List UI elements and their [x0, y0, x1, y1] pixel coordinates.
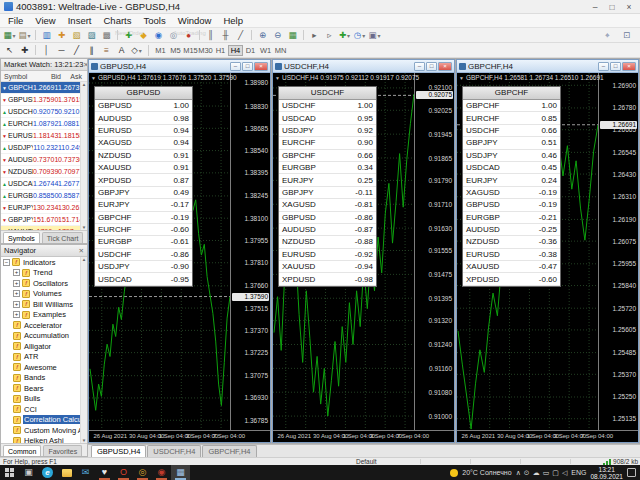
menu-view[interactable]: View — [29, 15, 61, 26]
market-watch-row-eurgbp[interactable]: ▲EURGBP0.858500.85878 — [1, 190, 80, 202]
column-bid[interactable]: Bid — [36, 73, 61, 80]
trendline-button[interactable]: ╱ — [69, 44, 84, 56]
chart-symbol-dropdown-icon[interactable]: ▼ — [459, 75, 464, 81]
equidistant-channel-button[interactable]: ∥ — [84, 44, 99, 56]
chart-restore-button[interactable]: □ — [426, 62, 437, 71]
nav-item-bears[interactable]: fBears — [1, 383, 80, 394]
timeframe-m1[interactable]: M1 — [153, 45, 168, 56]
community-button[interactable]: ◉ — [151, 29, 166, 41]
start-button[interactable] — [0, 465, 19, 480]
timeframe-m15[interactable]: M15 — [183, 45, 198, 56]
chart-window-titlebar[interactable]: GBPCHF,H4–□× — [457, 60, 638, 73]
language-indicator[interactable]: ENG — [571, 469, 586, 476]
chart-symbol-dropdown-icon[interactable]: ▼ — [91, 75, 96, 81]
vertical-line-button[interactable]: │ — [39, 44, 54, 56]
menu-charts[interactable]: Charts — [98, 15, 138, 26]
notification-center-icon[interactable] — [627, 468, 636, 477]
chat-button[interactable]: ⊡ — [619, 29, 634, 41]
market-watch-row-eurjpy[interactable]: ▼EURJPY130.234130.261 — [1, 202, 80, 214]
timeframe-m30[interactable]: M30 — [198, 45, 213, 56]
nav-item-heiken-ashi[interactable]: fHeiken Ashi — [1, 436, 80, 444]
horizontal-line-button[interactable]: ─ — [54, 44, 69, 56]
edge-button[interactable]: e — [38, 465, 57, 480]
text-tool-button[interactable]: A — [114, 44, 129, 56]
title-bar[interactable]: 4003891: Weltrade-Live - GBPUSD,H4 – □ × — [0, 0, 640, 14]
market-watch-row-gbpchf[interactable]: ▼GBPCHF1.266911.26739 — [1, 82, 80, 94]
menu-help[interactable]: Help — [217, 15, 249, 26]
volume-icon[interactable]: ◁ — [562, 469, 567, 476]
nav-item-alligator[interactable]: fAlligator — [1, 341, 80, 352]
scroll-up-icon[interactable]: ▲ — [82, 82, 86, 87]
collapse-icon[interactable]: − — [3, 259, 10, 266]
new-chart-button[interactable]: ▦ — [2, 29, 17, 41]
nav-item-bill-williams[interactable]: +fBill Williams — [1, 299, 80, 310]
timeframe-d1[interactable]: D1 — [243, 45, 258, 56]
chart-window-gbpusd[interactable]: GBPUSD,H4–□×▼GBPUSD,H4 1.37619 1.37676 1… — [88, 59, 271, 443]
nav-item-atr[interactable]: fATR — [1, 352, 80, 363]
data-window-button[interactable]: ✚ — [54, 29, 69, 41]
navigator-tab-common[interactable]: Common — [3, 445, 41, 456]
navigator-tab-favorites[interactable]: Favorites — [43, 445, 82, 456]
onedrive-icon[interactable]: ☁ — [533, 469, 540, 476]
battery-icon[interactable]: ▭ — [543, 469, 550, 476]
zoom-in-button[interactable]: ⊕ — [255, 29, 270, 41]
periods-button[interactable]: ◷ — [352, 29, 367, 41]
line-chart-mode-button[interactable]: ╱ — [233, 29, 248, 41]
chart-window-gbpchf[interactable]: GBPCHF,H4–□×▼GBPCHF,H4 1.26581 1.26734 1… — [456, 59, 639, 443]
nav-item-cci[interactable]: fCCI — [1, 404, 80, 415]
chart-window-titlebar[interactable]: GBPUSD,H4–□× — [89, 60, 270, 73]
market-watch-row-usdchf[interactable]: ▲USDCHF0.920750.92101 — [1, 106, 80, 118]
market-watch-row-gbpjpy[interactable]: ▼GBPJPY151.670151.714 — [1, 214, 80, 226]
metatrader-button[interactable]: ▦ — [171, 465, 190, 480]
timeframe-w1[interactable]: W1 — [258, 45, 273, 56]
market-watch-row-usdjpy[interactable]: ▲USDJPY110.232110.249 — [1, 142, 80, 154]
auto-scroll-button[interactable]: ▸ — [307, 29, 322, 41]
chart-tab-usdchf-h4[interactable]: USDCHF,H4 — [147, 445, 201, 457]
menu-file[interactable]: File — [2, 15, 29, 26]
expand-icon[interactable]: + — [13, 311, 20, 318]
market-watch-list[interactable]: ▼GBPCHF1.266911.26739▼GBPUSD1.375901.376… — [1, 82, 80, 230]
market-watch-tab-tick-chart[interactable]: Tick Chart — [42, 232, 84, 243]
chart-area[interactable]: ▼GBPUSD,H4 1.37619 1.37676 1.37520 1.375… — [89, 73, 270, 442]
navigator-toggle-button[interactable]: ▧ — [69, 29, 84, 41]
market-watch-row-nzdusd[interactable]: ▼NZDUSD0.709390.70977 — [1, 166, 80, 178]
nav-item-volumes[interactable]: +fVolumes — [1, 289, 80, 300]
nav-item-oscillators[interactable]: +fOscillators — [1, 278, 80, 289]
app-ring-button[interactable]: ◎ — [133, 465, 152, 480]
chart-close-button[interactable]: × — [254, 62, 268, 71]
expand-icon[interactable]: + — [13, 290, 20, 297]
maximize-button[interactable]: □ — [605, 2, 619, 12]
indicators-button[interactable]: ✚ — [337, 29, 352, 41]
nav-item-indicators[interactable]: −fIndicators — [1, 257, 80, 268]
expand-icon[interactable]: + — [13, 280, 20, 287]
market-watch-row-gbpusd[interactable]: ▼GBPUSD1.375901.37615 — [1, 94, 80, 106]
candlestick-mode-button[interactable]: ╫ — [218, 29, 233, 41]
scroll-up-icon[interactable]: ▲ — [82, 257, 86, 262]
column-ask[interactable]: Ask — [61, 73, 83, 80]
app-hearts-button[interactable]: ♥ — [95, 465, 114, 480]
chart-close-button[interactable]: × — [438, 62, 452, 71]
network-icon[interactable]: ▢ — [552, 469, 559, 476]
app-orb-button[interactable]: ◉ — [152, 465, 171, 480]
opera-button[interactable]: O — [114, 465, 133, 480]
taskbar-clock[interactable]: 13:21 08.09.2021 — [590, 466, 623, 480]
market-watch-row-eurchf[interactable]: ▲EURCHF1.087921.08817 — [1, 118, 80, 130]
nav-item-bands[interactable]: fBands — [1, 373, 80, 384]
nav-item-accumulation[interactable]: fAccumulation — [1, 331, 80, 342]
chart-minimize-button[interactable]: – — [414, 62, 425, 71]
market-watch-row-eurusd[interactable]: ▼EURUSD1.181431.18158 — [1, 130, 80, 142]
new-order-button[interactable]: ✚New Order — [121, 29, 136, 41]
timeframe-h1[interactable]: H1 — [213, 45, 228, 56]
menu-tools[interactable]: Tools — [137, 15, 171, 26]
task-view-button[interactable]: ▣ — [19, 465, 38, 480]
nav-item-examples[interactable]: +fExamples — [1, 310, 80, 321]
market-watch-toggle-button[interactable]: ▥ — [39, 29, 54, 41]
autotrading-button[interactable]: ●AutoTrading — [181, 29, 196, 41]
chart-window-usdchf[interactable]: USDCHF,H4–□×▼USDCHF,H4 0.91975 0.92112 0… — [272, 59, 455, 443]
search-button[interactable]: ⌖ — [600, 29, 615, 41]
navigator-scrollbar[interactable]: ▲ ▼ — [80, 257, 87, 443]
weather-text[interactable]: 20°C Солнечно — [462, 469, 511, 476]
chart-symbol-dropdown-icon[interactable]: ▼ — [275, 75, 280, 81]
nav-item-custom-moving-ave[interactable]: fCustom Moving Ave — [1, 425, 80, 436]
navigator-close-icon[interactable]: ✕ — [79, 247, 84, 255]
